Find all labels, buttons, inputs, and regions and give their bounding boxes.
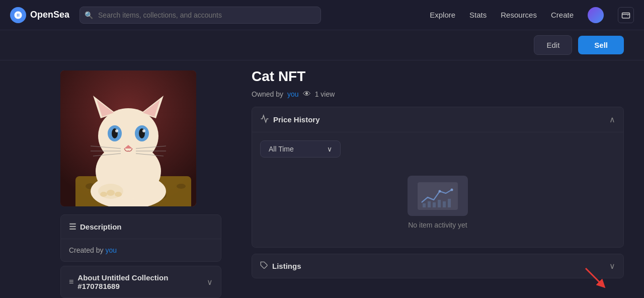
price-history-title: Price History bbox=[273, 115, 320, 124]
svg-point-11 bbox=[98, 108, 158, 164]
created-by: Created by you bbox=[61, 239, 221, 261]
nft-title: Cat NFT bbox=[252, 68, 624, 85]
svg-point-41 bbox=[451, 188, 453, 191]
price-history-chevron: ∧ bbox=[609, 115, 615, 124]
opensea-logo-icon bbox=[10, 7, 26, 23]
chart-placeholder bbox=[408, 176, 468, 216]
collection-section: ≡ About Untitled Collection #170781689 ∨ bbox=[60, 266, 221, 298]
svg-point-8 bbox=[177, 184, 186, 189]
time-filter-label: All Time bbox=[269, 145, 294, 153]
search-input[interactable] bbox=[79, 7, 321, 24]
nav-create[interactable]: Create bbox=[551, 11, 574, 19]
views-count: 1 view bbox=[315, 90, 335, 98]
svg-rect-35 bbox=[428, 201, 431, 207]
edit-button[interactable]: Edit bbox=[534, 35, 572, 55]
description-icon: ☰ bbox=[69, 222, 76, 232]
cat-svg bbox=[60, 70, 196, 206]
nav-resources[interactable]: Resources bbox=[501, 11, 537, 19]
nav-stats[interactable]: Stats bbox=[469, 11, 487, 19]
svg-point-40 bbox=[439, 190, 441, 192]
right-panel: Cat NFT Owned by you 👁 1 view Price Hist… bbox=[242, 60, 644, 298]
chart-empty-state: No item activity yet bbox=[260, 166, 615, 239]
owned-by-prefix: Owned by bbox=[252, 90, 283, 98]
description-title: Description bbox=[80, 222, 122, 231]
price-history-content: All Time ∨ bbox=[252, 132, 623, 247]
created-by-link[interactable]: you bbox=[105, 246, 117, 254]
collection-header[interactable]: ≡ About Untitled Collection #170781689 ∨ bbox=[61, 266, 221, 297]
listings-section: Listings ∨ bbox=[252, 254, 624, 278]
listings-header[interactable]: Listings ∨ bbox=[252, 254, 623, 278]
no-activity-text: No item activity yet bbox=[408, 221, 467, 229]
description-header[interactable]: ☰ Description bbox=[61, 215, 221, 239]
collection-chevron: ∨ bbox=[207, 277, 213, 287]
collection-icon: ≡ bbox=[69, 277, 73, 286]
listings-icon bbox=[260, 261, 268, 271]
svg-point-32 bbox=[100, 192, 107, 197]
search-icon: 🔍 bbox=[85, 11, 93, 19]
nav-explore[interactable]: Explore bbox=[430, 11, 455, 19]
nft-image-container bbox=[0, 60, 242, 214]
svg-point-31 bbox=[115, 192, 122, 197]
search-bar: 🔍 bbox=[79, 7, 321, 24]
left-panel: ☰ Description Created by you ≡ About Unt… bbox=[0, 60, 242, 298]
svg-rect-36 bbox=[433, 202, 436, 207]
svg-point-20 bbox=[115, 129, 118, 132]
owner-info: Owned by you 👁 1 view bbox=[252, 90, 624, 99]
svg-rect-38 bbox=[443, 201, 446, 207]
sub-header: Edit Sell bbox=[0, 30, 644, 60]
eye-icon: 👁 bbox=[303, 90, 311, 99]
nft-image bbox=[60, 70, 196, 206]
collection-title: About Untitled Collection #170781689 bbox=[77, 273, 207, 290]
price-history-section: Price History ∧ All Time ∨ bbox=[252, 107, 624, 248]
svg-rect-0 bbox=[622, 13, 630, 18]
nav-links: Explore Stats Resources Create bbox=[430, 7, 634, 23]
svg-rect-37 bbox=[438, 200, 441, 207]
sell-button[interactable]: Sell bbox=[578, 36, 624, 54]
svg-point-30 bbox=[107, 190, 115, 196]
logo-area[interactable]: OpenSea bbox=[10, 7, 69, 23]
listings-chevron: ∨ bbox=[609, 261, 615, 271]
header: OpenSea 🔍 Explore Stats Resources Create bbox=[0, 0, 644, 30]
time-filter-dropdown[interactable]: All Time ∨ bbox=[260, 140, 341, 158]
price-history-header[interactable]: Price History ∧ bbox=[252, 107, 623, 132]
main-content: ☰ Description Created by you ≡ About Unt… bbox=[0, 60, 644, 298]
listings-title: Listings bbox=[272, 262, 301, 270]
dropdown-chevron-icon: ∨ bbox=[327, 145, 332, 153]
logo-text: OpenSea bbox=[30, 10, 69, 20]
description-section: ☰ Description Created by you bbox=[60, 214, 221, 262]
created-by-prefix: Created by bbox=[69, 246, 105, 254]
owned-by-link[interactable]: you bbox=[287, 90, 299, 98]
empty-chart-svg bbox=[418, 182, 458, 210]
avatar[interactable] bbox=[588, 7, 604, 23]
wallet-icon[interactable] bbox=[618, 7, 634, 23]
price-history-icon bbox=[260, 114, 269, 125]
svg-point-21 bbox=[142, 129, 145, 132]
svg-rect-34 bbox=[423, 203, 426, 207]
svg-rect-39 bbox=[448, 199, 451, 207]
